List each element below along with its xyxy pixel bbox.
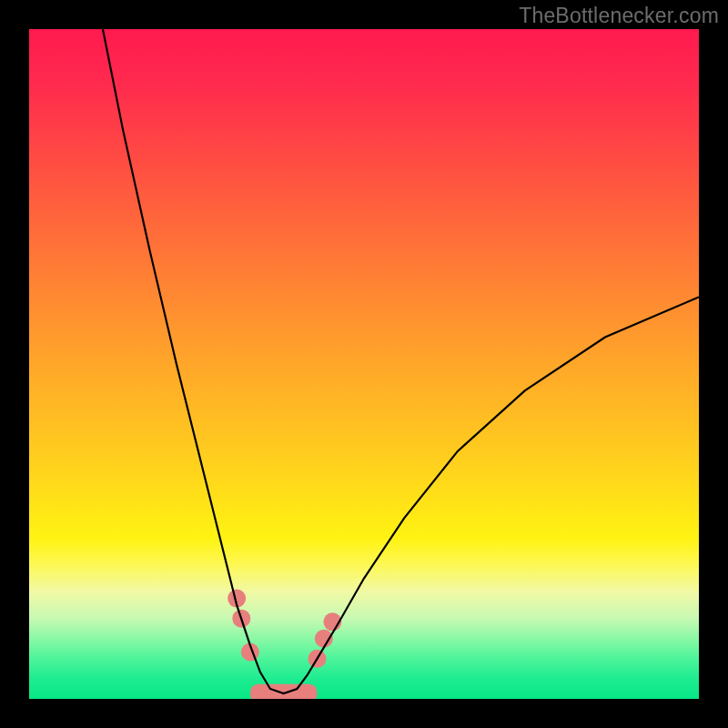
bottleneck-curve: [103, 29, 699, 693]
watermark-label: TheBottlenecker.com: [519, 4, 719, 28]
curve-layer: [29, 29, 699, 699]
svg-rect-0: [250, 684, 318, 699]
sweet-spot-bar: [250, 684, 318, 699]
chart-frame: TheBottlenecker.com: [0, 0, 728, 728]
plot-area: [29, 29, 699, 699]
